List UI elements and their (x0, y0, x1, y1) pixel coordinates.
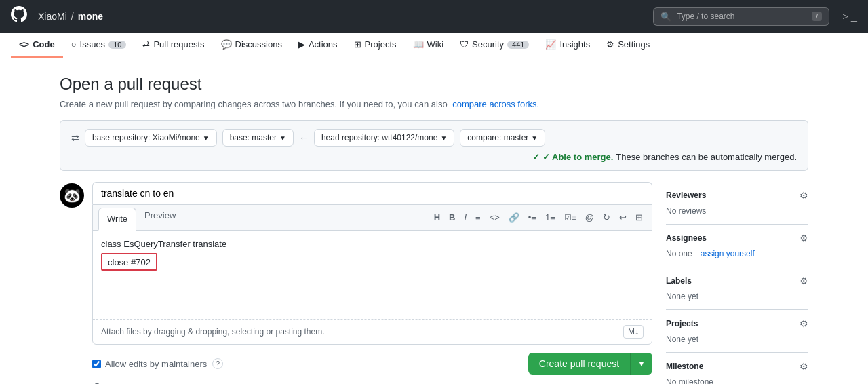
base-branch-select[interactable]: base: master ▼ (222, 129, 294, 147)
projects-title: Projects (666, 319, 698, 328)
list-btn[interactable]: ≡ (472, 210, 484, 225)
reviewers-content: No reviews (666, 206, 706, 216)
head-repo-label: head repository: wtt40122/mone (321, 133, 437, 142)
breadcrumb-user[interactable]: XiaoMi (38, 11, 67, 22)
compare-branch-select[interactable]: compare: master ▼ (460, 129, 545, 147)
compare-branch-chevron: ▼ (531, 134, 538, 142)
merge-desc: These branches can be automatically merg… (616, 152, 797, 162)
checkmark-icon: ✓ (532, 152, 540, 162)
tab-discussions[interactable]: 💬 Discussions (213, 33, 290, 58)
assignees-gear-icon[interactable]: ⚙ (800, 233, 808, 244)
tab-preview[interactable]: Preview (136, 205, 184, 230)
sidebar-projects-header: Projects ⚙ (666, 318, 808, 329)
body-line-2: close #702 (108, 257, 151, 267)
milestone-gear-icon[interactable]: ⚙ (800, 361, 808, 372)
header-search[interactable]: 🔍 Type / to search / (653, 7, 829, 26)
ordered-list-btn[interactable]: 1≡ (542, 210, 559, 225)
compare-arrows-icon: ⇄ (71, 132, 79, 143)
italic-btn[interactable]: I (460, 210, 470, 225)
sidebar-labels: Labels ⚙ None yet (666, 267, 808, 310)
reviewers-title: Reviewers (666, 191, 706, 200)
head-repo-chevron: ▼ (440, 134, 447, 142)
tab-issues[interactable]: ○ Issues 10 (63, 33, 135, 58)
compare-forks-link[interactable]: compare across forks. (452, 99, 539, 109)
tab-security[interactable]: 🛡 Security 441 (452, 33, 537, 58)
tab-pull-requests[interactable]: ⇄ Pull requests (134, 33, 212, 58)
tab-projects[interactable]: ⊞ Projects (346, 33, 405, 58)
base-repo-select[interactable]: base repository: XiaoMi/mone ▼ (85, 129, 217, 147)
markdown-icon: M↓ (623, 325, 644, 339)
sidebar-milestone-header: Milestone ⚙ (666, 361, 808, 372)
terminal-icon[interactable]: ＞_ (840, 9, 857, 24)
pr-form-area: 🐼 Write Preview H B I (60, 182, 808, 384)
sidebar-assignees-header: Assignees ⚙ (666, 233, 808, 244)
assignees-content: No one—assign yourself (666, 249, 755, 258)
pr-sidebar: Reviewers ⚙ No reviews Assignees ⚙ No on… (666, 182, 808, 384)
mention-btn[interactable]: @ (582, 210, 597, 225)
arrow-left-icon: ← (299, 132, 309, 143)
allow-edits-checkbox[interactable] (92, 360, 101, 368)
projects-content: None yet (666, 334, 698, 344)
heading-btn[interactable]: H (431, 210, 443, 225)
issues-icon: ○ (71, 39, 77, 50)
base-branch-label: base: master (230, 133, 277, 142)
base-repo-label: base repository: XiaoMi/mone (92, 133, 200, 142)
pr-main-column: 🐼 Write Preview H B I (60, 182, 652, 384)
actions-icon: ▶ (298, 39, 305, 50)
merge-status: ✓ ✓ Able to merge. These branches can be… (532, 152, 797, 162)
allow-edits-label[interactable]: Allow edits by maintainers (92, 359, 207, 369)
bold-btn[interactable]: B (446, 210, 458, 225)
help-icon[interactable]: ? (212, 358, 223, 369)
search-placeholder: Type / to search (677, 12, 806, 21)
main-content: Open a pull request Create a new pull re… (27, 58, 841, 384)
body-line-1: class EsQueryTransfer translate (101, 239, 644, 249)
attach-row: Attach files by dragging & dropping, sel… (93, 319, 652, 344)
assign-yourself-link[interactable]: assign yourself (701, 249, 755, 258)
pr-title-input[interactable] (92, 182, 652, 204)
page-subtitle: Create a new pull request by comparing c… (60, 99, 808, 109)
head-repo-select[interactable]: head repository: wtt40122/mone ▼ (314, 129, 454, 147)
labels-content: None yet (666, 292, 698, 301)
link-btn[interactable]: 🔗 (505, 210, 523, 225)
task-list-btn[interactable]: ☑≡ (561, 211, 580, 225)
create-pull-request-button[interactable]: Create pull request (528, 353, 630, 375)
pr-body: class EsQueryTransfer translate close #7… (93, 231, 652, 319)
sidebar-reviewers: Reviewers ⚙ No reviews (666, 182, 808, 225)
wiki-icon: 📖 (413, 39, 424, 50)
code-inline-btn[interactable]: <> (486, 210, 503, 225)
fullscreen-btn[interactable]: ⊞ (632, 210, 646, 225)
pr-form: Write Preview H B I ≡ <> 🔗 •≡ 1≡ (92, 182, 652, 384)
tab-write[interactable]: Write (98, 208, 136, 231)
sidebar-assignees: Assignees ⚙ No one—assign yourself (666, 225, 808, 267)
breadcrumb-repo[interactable]: mone (78, 11, 103, 22)
create-pr-dropdown-button[interactable]: ▼ (630, 353, 652, 375)
milestone-title: Milestone (666, 362, 703, 371)
editor-tabs-row: Write Preview H B I ≡ <> 🔗 •≡ 1≡ (93, 205, 652, 231)
breadcrumb: XiaoMi / mone (38, 11, 103, 22)
tab-settings[interactable]: ⚙ Settings (598, 33, 658, 58)
sidebar-reviewers-header: Reviewers ⚙ (666, 190, 808, 201)
avatar: 🐼 (60, 183, 84, 208)
assignees-title: Assignees (666, 233, 707, 243)
tab-insights[interactable]: 📈 Insights (537, 33, 598, 58)
sidebar-projects: Projects ⚙ None yet (666, 310, 808, 353)
security-badge: 441 (507, 41, 529, 49)
tab-code[interactable]: <> Code (11, 33, 63, 58)
search-kbd-icon: / (812, 12, 822, 21)
ref-btn[interactable]: ↻ (599, 210, 614, 225)
sidebar-milestone: Milestone ⚙ No milestone (666, 353, 808, 384)
tab-wiki[interactable]: 📖 Wiki (405, 33, 452, 58)
tab-actions[interactable]: ▶ Actions (290, 33, 346, 58)
discussions-icon: 💬 (221, 39, 232, 50)
create-btn-group: Create pull request ▼ (528, 353, 652, 375)
projects-gear-icon[interactable]: ⚙ (800, 318, 808, 329)
unordered-list-btn[interactable]: •≡ (525, 210, 540, 225)
undo-btn[interactable]: ↩ (616, 210, 630, 225)
pr-form-footer: Allow edits by maintainers ? Create pull… (92, 353, 652, 375)
base-branch-chevron: ▼ (279, 134, 286, 142)
search-icon: 🔍 (660, 12, 671, 22)
labels-gear-icon[interactable]: ⚙ (800, 275, 808, 286)
insights-icon: 📈 (545, 39, 556, 50)
github-logo-icon[interactable] (11, 6, 27, 26)
reviewers-gear-icon[interactable]: ⚙ (800, 190, 808, 201)
